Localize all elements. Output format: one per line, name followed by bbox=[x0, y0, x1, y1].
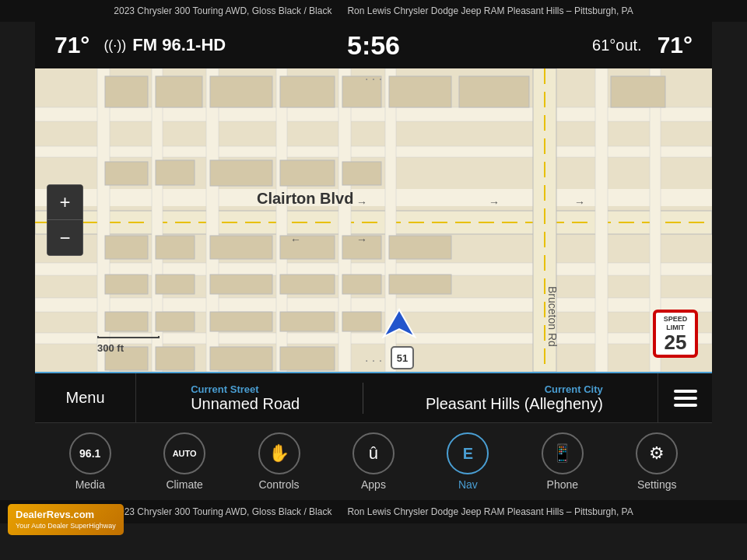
scale-indicator: 300 ft bbox=[97, 336, 160, 355]
map-area: ← → → → ← → Bruceton Rd Clairton Blvd 51… bbox=[35, 68, 712, 372]
svg-rect-26 bbox=[611, 76, 665, 107]
svg-rect-6 bbox=[35, 263, 712, 275]
svg-text:→: → bbox=[356, 233, 367, 246]
screen-wrapper: 71° ((·)) FM 96.1-HD 5:56 61°out. 71° bbox=[35, 22, 712, 500]
speed-limit-sign: SPEEDLIMIT 25 bbox=[653, 310, 698, 358]
dealer-logo-line1: DealerRevs.com bbox=[16, 509, 116, 522]
svg-rect-48 bbox=[342, 312, 381, 331]
phone-label: Phone bbox=[547, 478, 578, 491]
status-right: 61°out. 71° bbox=[592, 32, 693, 58]
control-media[interactable]: 96.1 Media bbox=[55, 432, 125, 491]
current-city-label: Current City bbox=[545, 383, 603, 395]
current-city-section: Current City Pleasant Hills (Allegheny) bbox=[426, 383, 603, 413]
svg-rect-35 bbox=[280, 236, 335, 259]
svg-rect-40 bbox=[210, 275, 272, 294]
svg-rect-1 bbox=[35, 107, 712, 121]
speed-limit-label: SPEEDLIMIT bbox=[658, 315, 693, 332]
svg-rect-21 bbox=[210, 76, 272, 107]
svg-rect-17 bbox=[595, 68, 608, 372]
svg-rect-3 bbox=[35, 189, 712, 206]
svg-text:51: 51 bbox=[397, 352, 408, 364]
current-city-value: Pleasant Hills (Allegheny) bbox=[426, 395, 603, 413]
current-street-value: Unnamed Road bbox=[191, 395, 300, 413]
svg-rect-30 bbox=[280, 160, 335, 186]
svg-rect-46 bbox=[210, 312, 272, 331]
settings-label: Settings bbox=[637, 478, 677, 491]
svg-rect-22 bbox=[280, 76, 335, 107]
temp-left: 71° bbox=[54, 32, 89, 58]
zoom-controls: + − bbox=[47, 184, 83, 256]
climate-icon: AUTO bbox=[163, 432, 205, 474]
menu-button[interactable]: Menu bbox=[35, 373, 136, 422]
media-icon: 96.1 bbox=[69, 432, 111, 474]
controls-label: Controls bbox=[258, 478, 299, 491]
svg-text:←: ← bbox=[290, 233, 301, 246]
svg-rect-37 bbox=[389, 236, 451, 259]
svg-rect-43 bbox=[389, 275, 451, 294]
svg-text:→: → bbox=[489, 196, 500, 208]
nav-divider bbox=[363, 383, 363, 414]
hamburger-line-2 bbox=[674, 397, 697, 400]
expand-bottom-icon: · · · bbox=[365, 354, 382, 368]
radio-section: ((·)) FM 96.1-HD bbox=[103, 35, 226, 55]
hamburger-line-1 bbox=[674, 390, 697, 393]
svg-text:Bruceton Rd: Bruceton Rd bbox=[546, 286, 559, 347]
bottom-bar-dealer: Ron Lewis Chrysler Dodge Jeep RAM Pleasa… bbox=[347, 506, 633, 517]
zoom-in-button[interactable]: + bbox=[47, 185, 82, 220]
control-apps[interactable]: û Apps bbox=[338, 432, 409, 491]
radio-wave-icon: ((·)) bbox=[103, 37, 126, 54]
svg-rect-41 bbox=[280, 275, 335, 294]
top-bar-title: 2023 Chrysler 300 Touring AWD, Gloss Bla… bbox=[114, 5, 331, 16]
svg-text:→: → bbox=[356, 196, 367, 208]
svg-rect-52 bbox=[280, 347, 335, 370]
speed-limit-number: 25 bbox=[658, 332, 693, 352]
nav-info-bar: Menu Current Street Unnamed Road Current… bbox=[35, 372, 712, 422]
control-settings[interactable]: ⚙ Settings bbox=[622, 432, 692, 491]
svg-rect-28 bbox=[156, 160, 195, 185]
control-phone[interactable]: 📱 Phone bbox=[528, 432, 598, 491]
status-left: 71° ((·)) FM 96.1-HD bbox=[54, 32, 226, 58]
bottom-bar-title: 2023 Chrysler 300 Touring AWD, Gloss Bla… bbox=[114, 506, 331, 517]
svg-rect-24 bbox=[389, 76, 451, 107]
media-label: Media bbox=[75, 478, 105, 491]
apps-label: Apps bbox=[361, 478, 386, 491]
hamburger-icon bbox=[674, 390, 697, 407]
scale-line bbox=[97, 336, 160, 338]
dealer-logo-line2: Your Auto Dealer SuperHighway bbox=[16, 522, 116, 530]
control-controls[interactable]: ✋ Controls bbox=[244, 432, 314, 491]
outside-temp: 61°out. bbox=[592, 37, 642, 54]
nav-label: Nav bbox=[458, 478, 478, 491]
phone-icon: 📱 bbox=[542, 432, 584, 474]
current-street-section: Current Street Unnamed Road bbox=[191, 383, 300, 413]
svg-rect-2 bbox=[35, 146, 712, 157]
nav-info-center: Current Street Unnamed Road Current City… bbox=[136, 383, 658, 414]
svg-rect-44 bbox=[105, 312, 148, 331]
scale-text: 300 ft bbox=[97, 342, 124, 354]
hamburger-line-3 bbox=[674, 404, 697, 407]
svg-rect-29 bbox=[210, 160, 272, 186]
svg-rect-33 bbox=[156, 236, 195, 259]
top-bar: 2023 Chrysler 300 Touring AWD, Gloss Bla… bbox=[0, 0, 747, 22]
top-bar-dealer: Ron Lewis Chrysler Dodge Jeep RAM Pleasa… bbox=[347, 5, 633, 16]
expand-top-icon: · · · bbox=[365, 72, 382, 86]
svg-rect-45 bbox=[156, 312, 195, 331]
control-nav[interactable]: E Nav bbox=[433, 432, 503, 491]
apps-icon: û bbox=[352, 432, 395, 474]
menu-label: Menu bbox=[65, 389, 104, 407]
svg-rect-38 bbox=[105, 275, 148, 294]
svg-rect-42 bbox=[342, 275, 381, 294]
svg-text:→: → bbox=[574, 196, 585, 208]
current-street-label: Current Street bbox=[191, 383, 258, 395]
svg-rect-7 bbox=[35, 298, 712, 312]
zoom-out-button[interactable]: − bbox=[47, 220, 82, 255]
bottom-controls: 96.1 Media AUTO Climate ✋ Controls û App… bbox=[35, 422, 712, 500]
hamburger-button[interactable] bbox=[658, 373, 712, 422]
svg-rect-34 bbox=[210, 236, 272, 259]
svg-rect-31 bbox=[342, 162, 381, 185]
svg-rect-27 bbox=[105, 162, 148, 185]
control-climate[interactable]: AUTO Climate bbox=[149, 432, 219, 491]
svg-rect-50 bbox=[156, 347, 195, 370]
svg-rect-51 bbox=[210, 347, 272, 370]
svg-rect-47 bbox=[280, 312, 335, 331]
svg-rect-39 bbox=[156, 275, 195, 294]
